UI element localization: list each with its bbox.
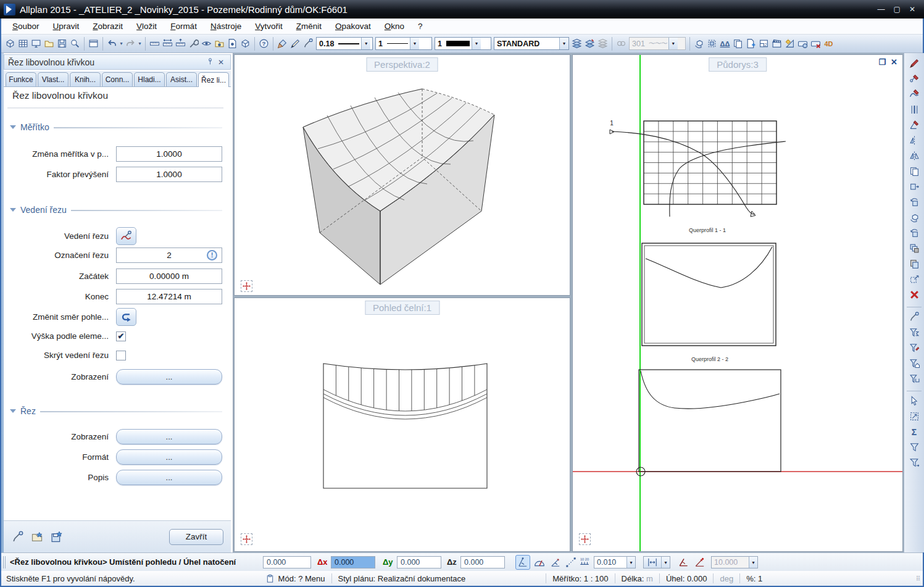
radius-combo[interactable]: 10.000 ▾: [711, 556, 758, 568]
edit-curve-icon[interactable]: [908, 88, 921, 101]
angle-unit[interactable]: deg: [720, 574, 733, 583]
menu-upravit[interactable]: Upravit: [47, 20, 86, 33]
filter-more-icon[interactable]: [908, 456, 921, 469]
edit-angle-icon[interactable]: [908, 119, 921, 131]
line-type-dropdown-icon[interactable]: ▾: [410, 38, 419, 49]
pattern-combo[interactable]: 301 〜〜〜 ▾: [629, 37, 686, 50]
tools-icon[interactable]: [187, 37, 200, 50]
measure-elevation-icon[interactable]: [174, 37, 187, 50]
pattern-dropdown-icon[interactable]: ▾: [668, 38, 678, 49]
viewport-maximize-icon[interactable]: ❒: [878, 57, 886, 67]
viewport-close-icon[interactable]: ✕: [891, 57, 897, 67]
key-remove-icon[interactable]: [809, 37, 822, 50]
menu-opakovat[interactable]: Opakovat: [329, 20, 377, 33]
dy-input[interactable]: 0.000: [397, 556, 441, 568]
render-icon[interactable]: [783, 37, 796, 50]
guide-display-button[interactable]: ...: [116, 369, 222, 385]
stretch-icon[interactable]: [908, 273, 921, 286]
edit-pencil-icon[interactable]: [908, 57, 921, 70]
section-format-button[interactable]: ...: [116, 449, 222, 465]
pattern-link-icon[interactable]: [615, 37, 628, 50]
tab-knihovna[interactable]: Knih...: [70, 72, 101, 86]
selection-frame-icon[interactable]: [705, 37, 718, 50]
palette-pin-icon[interactable]: [204, 57, 215, 67]
layer-dropdown-icon[interactable]: ▾: [559, 38, 568, 49]
snap-point-edit-icon[interactable]: [908, 72, 921, 85]
tab-vlastnosti[interactable]: Vlast...: [38, 72, 69, 86]
view-angle-input[interactable]: 0.000: [263, 556, 311, 568]
redo-icon[interactable]: [124, 37, 137, 50]
resize-grip[interactable]: ⠿: [916, 575, 921, 582]
layer-select-icon[interactable]: [583, 37, 596, 50]
4d-planner-icon[interactable]: 4D: [822, 37, 835, 50]
open-project-icon[interactable]: [43, 37, 56, 50]
tab-funkce[interactable]: Funkce: [6, 72, 36, 86]
length-unit[interactable]: m: [646, 574, 653, 583]
save-favorite-icon[interactable]: [49, 530, 62, 543]
drawing-2-icon[interactable]: [757, 37, 770, 50]
angle-snap-icon[interactable]: [532, 555, 547, 570]
select-region-icon[interactable]: [908, 410, 921, 423]
snap-dropdown-icon[interactable]: ▾: [626, 557, 635, 568]
filter-architecture-icon[interactable]: [908, 357, 921, 370]
filter-icon[interactable]: [908, 441, 921, 454]
scale-change-input[interactable]: 1.0000: [116, 146, 222, 162]
direct-help-icon[interactable]: [257, 37, 270, 50]
align-dimensions-icon[interactable]: ΔΔ: [718, 37, 731, 50]
section-mark-input[interactable]: 2 !: [116, 248, 222, 263]
zavrit-button[interactable]: Zavřít: [169, 529, 223, 545]
move-icon[interactable]: [908, 180, 921, 193]
snap-distance-combo[interactable]: 0.010 ▾: [594, 556, 636, 568]
copy-multiple-icon[interactable]: [908, 242, 921, 255]
dx-input[interactable]: 0.000: [331, 556, 375, 568]
filter-segment-icon[interactable]: [908, 372, 921, 385]
tab-hladiny[interactable]: Hladi...: [134, 72, 165, 86]
angle-input-icon[interactable]: [548, 555, 563, 570]
section-meritko[interactable]: Měřítko: [10, 121, 222, 133]
track-tracing-icon[interactable]: [515, 555, 530, 570]
menu-vytvorit[interactable]: Vytvořit: [249, 20, 289, 33]
tab-asistenti[interactable]: Asist...: [166, 72, 197, 86]
parallel-lines-icon[interactable]: [908, 103, 921, 116]
pen-width-combo[interactable]: 0.18 ▾: [316, 37, 373, 50]
minimize-button[interactable]: —: [878, 5, 885, 14]
section-rez[interactable]: Řez: [10, 405, 222, 417]
delete-icon[interactable]: [908, 288, 921, 301]
menu-soubor[interactable]: Soubor: [6, 20, 46, 33]
rotate-icon[interactable]: [908, 196, 921, 209]
palette-header[interactable]: Řez libovolnou křivkou ✕: [4, 54, 231, 70]
radius-dropdown-icon[interactable]: ▾: [749, 557, 757, 568]
start-input[interactable]: 0.00000 m: [116, 269, 222, 284]
drag-grip[interactable]: [3, 556, 6, 568]
viewport-label[interactable]: Perspektiva:2: [366, 57, 438, 72]
point-snap-icon[interactable]: [564, 555, 578, 570]
maximize-button[interactable]: ▢: [894, 5, 901, 14]
animation-icon[interactable]: [770, 37, 783, 50]
viewport-label[interactable]: Pohled čelní:1: [365, 301, 439, 315]
format-brush-icon[interactable]: [276, 37, 289, 50]
measure-dimension-icon[interactable]: [161, 37, 174, 50]
pickup-pipette-icon[interactable]: [908, 310, 921, 323]
angle-value[interactable]: 0.000: [687, 574, 707, 583]
section-label-button[interactable]: ...: [116, 470, 222, 485]
flip-icon[interactable]: [908, 211, 921, 224]
open-on-layer-icon[interactable]: [213, 37, 226, 50]
end-input[interactable]: 12.47214 m: [116, 289, 222, 304]
hide-section-path-checkbox[interactable]: [116, 351, 126, 360]
tab-rez-libovolnou[interactable]: Řez li...: [198, 72, 229, 87]
offset-mode-combo[interactable]: ▾: [643, 556, 670, 568]
3d-view-icon[interactable]: [239, 37, 252, 50]
doc-visibility-icon[interactable]: [226, 37, 239, 50]
menu-nastroje[interactable]: Nástroje: [204, 20, 248, 33]
menu-help[interactable]: ?: [412, 20, 429, 33]
search-doc-icon[interactable]: [69, 37, 81, 50]
move-document-icon[interactable]: [908, 257, 921, 270]
collapse-icon[interactable]: [10, 125, 16, 129]
protractor-icon[interactable]: [676, 555, 691, 570]
layer-off-icon[interactable]: [596, 37, 609, 50]
coordinate-step-icon[interactable]: [577, 555, 592, 570]
reverse-view-button[interactable]: [116, 308, 136, 326]
layer-list-icon[interactable]: [570, 37, 583, 50]
line-type-combo[interactable]: 1 ▾: [375, 37, 432, 50]
percent-value[interactable]: 1: [758, 574, 762, 583]
